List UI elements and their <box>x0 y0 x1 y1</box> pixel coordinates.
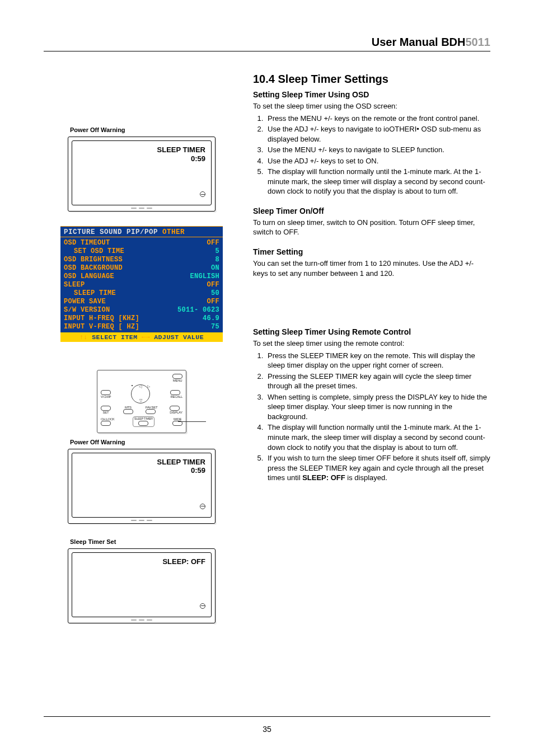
osd-row-label: OSD LANGUAGE <box>64 273 114 281</box>
osd-tab: OTHER <box>162 228 185 236</box>
sleep-timer-overlay: SLEEP TIMER 0:59 <box>157 145 205 163</box>
list-item: When setting is complete, simply press t… <box>265 392 490 422</box>
osd-tab: SOUND <box>100 228 122 236</box>
osd-row-label: INPUT H-FREQ [KHZ] <box>64 314 139 323</box>
osd-foot-left: SELECT ITEM <box>92 334 137 341</box>
dpad-icon: ◁ ▷ ▽ <box>131 384 150 403</box>
sleep-off-overlay: SLEEP: OFF <box>162 557 205 566</box>
osd-row: S/W VERSION5011- 0623 <box>64 306 219 314</box>
list-item: Press the SLEEP TIMER key on the remote.… <box>265 351 490 370</box>
tv-base-icon <box>72 519 212 522</box>
recall-label: RECALL <box>170 395 182 398</box>
osd-row: POWER SAVEOFF <box>64 298 219 306</box>
sleep-timer-value: 0:59 <box>191 466 205 475</box>
osd-row-label: POWER SAVE <box>64 298 106 306</box>
osd-row-label: SLEEP TIME <box>64 289 116 298</box>
list-item: Use the MENU +/- keys to navigate to SLE… <box>265 145 490 155</box>
sleep-timer-text: SLEEP TIMER <box>157 458 205 466</box>
osd-row-value: 50 <box>211 289 219 298</box>
osd-row: INPUT H-FREQ [KHZ]46.9 <box>64 314 219 323</box>
tv-frame: SLEEP: OFF <box>68 548 216 623</box>
osd-intro: To set the sleep timer using the OSD scr… <box>253 101 490 111</box>
sleep-timer-highlight: SLEEP TIMER <box>133 416 154 427</box>
osd-menu-figure: PICTURESOUNDPIP/POPOTHER OSD TIMEOUTOFFS… <box>60 226 223 342</box>
remote-heading: Setting Sleep Timer Using Remote Control <box>253 327 490 336</box>
recall-button-icon <box>170 390 180 395</box>
osd-row: OSD BRIGHTNESS8 <box>64 256 219 264</box>
osd-foot-right: ADJUST VALUE <box>154 334 204 341</box>
list-item: Press the MENU +/- keys on the remote or… <box>265 114 490 124</box>
figure-caption: Power Off Warning <box>70 439 216 445</box>
set-label: SET <box>101 411 111 414</box>
osd-row: OSD LANGUAGEENGLISH <box>64 273 219 281</box>
sleep-timer-label: SLEEP TIMER <box>134 417 153 421</box>
menu-button-icon <box>172 374 182 379</box>
list-item: If you wish to turn the sleep timer OFF … <box>265 453 490 483</box>
page-number: 35 <box>263 725 271 734</box>
osd-steps-list: Press the MENU +/- keys on the remote or… <box>265 114 490 196</box>
tv-knob-icon <box>200 603 205 609</box>
figure-caption: Sleep Timer Set <box>70 538 216 545</box>
osd-row-label: OSD TIMEOUT <box>64 239 110 247</box>
sleep-timer-text: SLEEP TIMER <box>157 145 205 154</box>
poweroff-warning-figure-1: Power Off Warning SLEEP TIMER 0:59 <box>68 126 216 212</box>
sleep-timer-button-icon <box>138 421 148 426</box>
osd-row-label: INPUT V-FREQ [ HZ] <box>64 323 139 331</box>
tv-screen: SLEEP: OFF <box>72 552 212 617</box>
figure-caption: Power Off Warning <box>70 126 216 133</box>
vchip-button-icon <box>101 390 111 395</box>
remote-figure: MENU V-CHIP ◁ ▷ ▽ <box>97 370 186 433</box>
osd-row: SLEEP TIME50 <box>64 289 219 298</box>
osd-row-value: OFF <box>207 298 219 306</box>
tv-frame: SLEEP TIMER 0:59 <box>68 449 216 524</box>
osd-row: INPUT V-FREQ [ HZ]75 <box>64 323 219 331</box>
display-label: DISPLAY <box>170 411 182 414</box>
page-header: User Manual BDH5011 <box>44 36 490 51</box>
tv-screen: SLEEP TIMER 0:59 <box>72 140 212 205</box>
vchip-label: V-CHIP <box>101 395 111 398</box>
tv-knob-icon <box>200 504 205 509</box>
tv-screen: SLEEP TIMER 0:59 <box>72 453 212 518</box>
osd-row-label: SET OSD TIME <box>64 247 124 256</box>
sleep-off-text: SLEEP: OFF <box>162 557 205 566</box>
page-footer: 35 <box>0 702 534 734</box>
section-title: 10.4 Sleep Timer Settings <box>253 73 490 86</box>
osd-row-label: SLEEP <box>64 281 85 289</box>
osd-body: OSD TIMEOUTOFFSET OSD TIME5OSD BRIGHTNES… <box>60 237 223 332</box>
mts-label: MTS <box>123 406 133 409</box>
osd-row: OSD BACKGROUNDON <box>64 264 219 273</box>
model-number: 5011 <box>466 36 491 48</box>
osd-row-value: ENGLISH <box>190 273 219 281</box>
list-item: Pressing the SLEEP TIMER key again will … <box>265 372 490 391</box>
chlock-button-icon <box>101 421 111 426</box>
poweroff-warning-figure-2: Power Off Warning SLEEP TIMER 0:59 <box>68 439 216 524</box>
osd-row-value: 5 <box>215 247 219 256</box>
list-item: The display will function normally until… <box>265 422 490 452</box>
sleep-timer-set-figure: Sleep Timer Set SLEEP: OFF <box>68 538 216 623</box>
onoff-heading: Sleep Timer On/Off <box>253 206 490 215</box>
timer-setting-heading: Timer Setting <box>253 247 490 256</box>
tv-base-icon <box>72 618 212 622</box>
osd-row: SLEEPOFF <box>64 281 219 289</box>
arrow-updown-icon: ↑↓ <box>79 334 88 341</box>
osd-row: SET OSD TIME5 <box>64 247 219 256</box>
osd-row-value: 5011- 0623 <box>177 306 219 314</box>
menu-label: MENU <box>172 379 182 382</box>
tv-knob-icon <box>200 191 205 197</box>
favset-label: FAV.SET <box>146 406 158 409</box>
osd-tabs: PICTURESOUNDPIP/POPOTHER <box>60 226 223 237</box>
sleep-timer-overlay: SLEEP TIMER 0:59 <box>157 458 205 475</box>
manual-title: User Manual BDH <box>372 36 466 48</box>
osd-row-value: ON <box>211 264 219 273</box>
osd-row-label: S/W VERSION <box>64 306 110 314</box>
osd-row-value: 46.9 <box>203 314 219 323</box>
list-item: Use the ADJ +/- keys to navigate to ioOT… <box>265 124 490 144</box>
display-button-icon <box>170 406 180 411</box>
arrow-leftright-icon: ←→ <box>142 334 154 341</box>
osd-row-value: 75 <box>211 323 219 331</box>
tv-base-icon <box>72 206 212 210</box>
remote-intro: To set the sleep timer using the remote … <box>253 339 490 349</box>
osd-footer: ↑↓ SELECT ITEM ←→ ADJUST VALUE <box>60 332 223 342</box>
osd-row: OSD TIMEOUTOFF <box>64 239 219 247</box>
tv-frame: SLEEP TIMER 0:59 <box>68 137 216 212</box>
